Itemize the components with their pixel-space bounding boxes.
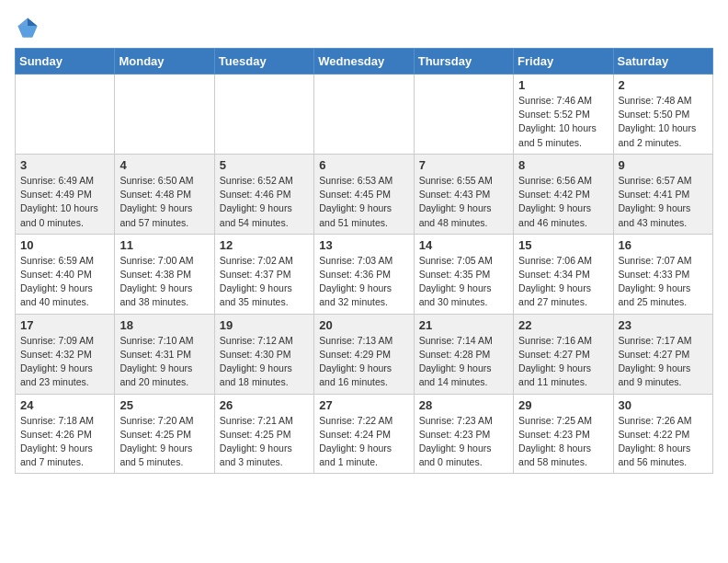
header — [15, 15, 713, 40]
day-cell — [314, 75, 414, 155]
day-cell: 5Sunrise: 6:52 AM Sunset: 4:46 PM Daylig… — [214, 154, 313, 234]
day-info: Sunrise: 6:52 AM Sunset: 4:46 PM Dayligh… — [220, 174, 309, 230]
day-number: 10 — [20, 238, 109, 252]
day-info: Sunrise: 7:17 AM Sunset: 4:27 PM Dayligh… — [619, 334, 708, 390]
page: SundayMondayTuesdayWednesdayThursdayFrid… — [0, 0, 728, 483]
day-cell: 7Sunrise: 6:55 AM Sunset: 4:43 PM Daylig… — [414, 154, 513, 234]
day-cell: 20Sunrise: 7:13 AM Sunset: 4:29 PM Dayli… — [314, 314, 414, 394]
day-info: Sunrise: 7:06 AM Sunset: 4:34 PM Dayligh… — [518, 254, 608, 310]
day-number: 29 — [518, 398, 608, 412]
day-info: Sunrise: 7:20 AM Sunset: 4:25 PM Dayligh… — [119, 414, 209, 470]
day-cell: 23Sunrise: 7:17 AM Sunset: 4:27 PM Dayli… — [613, 314, 712, 394]
day-cell: 17Sunrise: 7:09 AM Sunset: 4:32 PM Dayli… — [16, 314, 115, 394]
weekday-header-thursday: Thursday — [414, 49, 513, 75]
week-row-2: 3Sunrise: 6:49 AM Sunset: 4:49 PM Daylig… — [16, 154, 713, 234]
weekday-header-monday: Monday — [115, 49, 214, 75]
day-info: Sunrise: 7:00 AM Sunset: 4:38 PM Dayligh… — [119, 254, 209, 310]
day-info: Sunrise: 7:23 AM Sunset: 4:23 PM Dayligh… — [419, 414, 508, 470]
day-number: 12 — [220, 238, 309, 252]
day-cell — [414, 75, 513, 155]
day-cell: 26Sunrise: 7:21 AM Sunset: 4:25 PM Dayli… — [214, 394, 313, 474]
day-cell: 24Sunrise: 7:18 AM Sunset: 4:26 PM Dayli… — [16, 394, 115, 474]
weekday-header-tuesday: Tuesday — [214, 49, 313, 75]
logo-icon — [15, 15, 40, 40]
day-number: 24 — [20, 398, 109, 412]
weekday-header-saturday: Saturday — [613, 49, 712, 75]
day-number: 8 — [518, 158, 608, 172]
day-number: 15 — [518, 238, 608, 252]
day-number: 5 — [220, 158, 309, 172]
week-row-4: 17Sunrise: 7:09 AM Sunset: 4:32 PM Dayli… — [16, 314, 713, 394]
logo — [15, 15, 44, 40]
day-cell: 11Sunrise: 7:00 AM Sunset: 4:38 PM Dayli… — [115, 234, 214, 314]
day-cell: 2Sunrise: 7:48 AM Sunset: 5:50 PM Daylig… — [613, 75, 712, 155]
day-cell: 12Sunrise: 7:02 AM Sunset: 4:37 PM Dayli… — [214, 234, 313, 314]
day-cell: 15Sunrise: 7:06 AM Sunset: 4:34 PM Dayli… — [514, 234, 613, 314]
day-info: Sunrise: 7:16 AM Sunset: 4:27 PM Dayligh… — [518, 334, 608, 390]
svg-marker-1 — [28, 18, 38, 27]
weekday-header-wednesday: Wednesday — [314, 49, 414, 75]
day-number: 7 — [419, 158, 508, 172]
day-info: Sunrise: 7:26 AM Sunset: 4:22 PM Dayligh… — [619, 414, 708, 470]
day-cell: 29Sunrise: 7:25 AM Sunset: 4:23 PM Dayli… — [514, 394, 613, 474]
day-cell: 4Sunrise: 6:50 AM Sunset: 4:48 PM Daylig… — [115, 154, 214, 234]
day-cell: 27Sunrise: 7:22 AM Sunset: 4:24 PM Dayli… — [314, 394, 414, 474]
week-row-3: 10Sunrise: 6:59 AM Sunset: 4:40 PM Dayli… — [16, 234, 713, 314]
day-cell: 3Sunrise: 6:49 AM Sunset: 4:49 PM Daylig… — [16, 154, 115, 234]
day-number: 2 — [619, 78, 708, 92]
day-number: 22 — [518, 318, 608, 332]
day-info: Sunrise: 7:10 AM Sunset: 4:31 PM Dayligh… — [119, 334, 209, 390]
svg-marker-2 — [18, 26, 38, 37]
weekday-header-sunday: Sunday — [16, 49, 115, 75]
day-cell: 19Sunrise: 7:12 AM Sunset: 4:30 PM Dayli… — [214, 314, 313, 394]
day-cell: 18Sunrise: 7:10 AM Sunset: 4:31 PM Dayli… — [115, 314, 214, 394]
day-number: 17 — [20, 318, 109, 332]
day-cell: 25Sunrise: 7:20 AM Sunset: 4:25 PM Dayli… — [115, 394, 214, 474]
day-info: Sunrise: 6:49 AM Sunset: 4:49 PM Dayligh… — [20, 174, 109, 230]
day-info: Sunrise: 6:55 AM Sunset: 4:43 PM Dayligh… — [419, 174, 508, 230]
day-info: Sunrise: 7:21 AM Sunset: 4:25 PM Dayligh… — [220, 414, 309, 470]
day-number: 19 — [220, 318, 309, 332]
day-cell: 10Sunrise: 6:59 AM Sunset: 4:40 PM Dayli… — [16, 234, 115, 314]
day-cell: 28Sunrise: 7:23 AM Sunset: 4:23 PM Dayli… — [414, 394, 513, 474]
day-cell: 30Sunrise: 7:26 AM Sunset: 4:22 PM Dayli… — [613, 394, 712, 474]
day-cell: 14Sunrise: 7:05 AM Sunset: 4:35 PM Dayli… — [414, 234, 513, 314]
day-number: 4 — [119, 158, 209, 172]
day-number: 26 — [220, 398, 309, 412]
weekday-header-row: SundayMondayTuesdayWednesdayThursdayFrid… — [16, 49, 713, 75]
day-info: Sunrise: 7:46 AM Sunset: 5:52 PM Dayligh… — [518, 94, 608, 150]
day-cell: 21Sunrise: 7:14 AM Sunset: 4:28 PM Dayli… — [414, 314, 513, 394]
day-number: 30 — [619, 398, 708, 412]
day-cell: 1Sunrise: 7:46 AM Sunset: 5:52 PM Daylig… — [514, 75, 613, 155]
day-info: Sunrise: 6:59 AM Sunset: 4:40 PM Dayligh… — [20, 254, 109, 310]
day-number: 13 — [319, 238, 408, 252]
day-number: 18 — [119, 318, 209, 332]
day-info: Sunrise: 6:50 AM Sunset: 4:48 PM Dayligh… — [119, 174, 209, 230]
day-number: 1 — [518, 78, 608, 92]
day-cell: 9Sunrise: 6:57 AM Sunset: 4:41 PM Daylig… — [613, 154, 712, 234]
calendar: SundayMondayTuesdayWednesdayThursdayFrid… — [15, 48, 713, 474]
day-number: 23 — [619, 318, 708, 332]
day-number: 14 — [419, 238, 508, 252]
day-info: Sunrise: 6:56 AM Sunset: 4:42 PM Dayligh… — [518, 174, 608, 230]
day-info: Sunrise: 7:48 AM Sunset: 5:50 PM Dayligh… — [619, 94, 708, 150]
day-number: 25 — [119, 398, 209, 412]
weekday-header-friday: Friday — [514, 49, 613, 75]
day-info: Sunrise: 6:53 AM Sunset: 4:45 PM Dayligh… — [319, 174, 408, 230]
day-number: 6 — [319, 158, 408, 172]
day-cell — [115, 75, 214, 155]
day-info: Sunrise: 7:07 AM Sunset: 4:33 PM Dayligh… — [619, 254, 708, 310]
day-info: Sunrise: 7:18 AM Sunset: 4:26 PM Dayligh… — [20, 414, 109, 470]
day-cell: 6Sunrise: 6:53 AM Sunset: 4:45 PM Daylig… — [314, 154, 414, 234]
week-row-5: 24Sunrise: 7:18 AM Sunset: 4:26 PM Dayli… — [16, 394, 713, 474]
day-number: 27 — [319, 398, 408, 412]
day-info: Sunrise: 7:25 AM Sunset: 4:23 PM Dayligh… — [518, 414, 608, 470]
day-cell: 22Sunrise: 7:16 AM Sunset: 4:27 PM Dayli… — [514, 314, 613, 394]
day-info: Sunrise: 7:02 AM Sunset: 4:37 PM Dayligh… — [220, 254, 309, 310]
day-number: 20 — [319, 318, 408, 332]
day-cell: 8Sunrise: 6:56 AM Sunset: 4:42 PM Daylig… — [514, 154, 613, 234]
day-info: Sunrise: 7:03 AM Sunset: 4:36 PM Dayligh… — [319, 254, 408, 310]
day-info: Sunrise: 7:22 AM Sunset: 4:24 PM Dayligh… — [319, 414, 408, 470]
day-cell — [16, 75, 115, 155]
day-number: 11 — [119, 238, 209, 252]
